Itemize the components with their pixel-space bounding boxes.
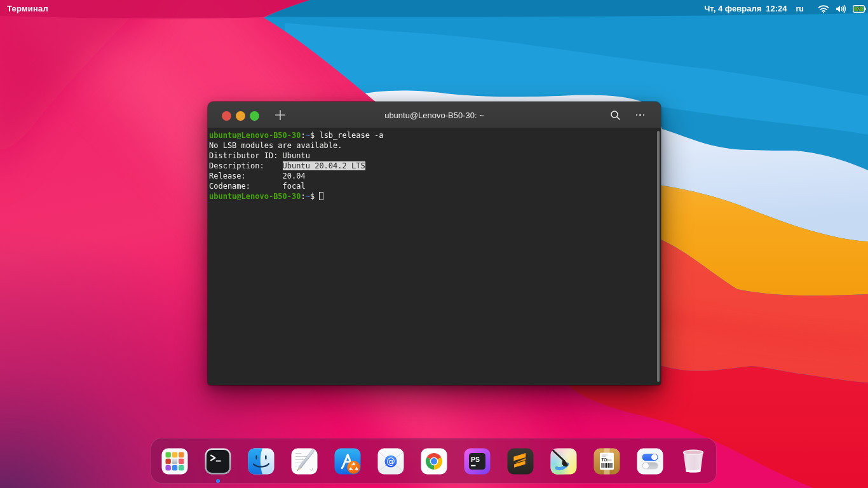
terminal-text-segment: No LSB modules are available. — [209, 141, 342, 150]
dock-item-paint[interactable] — [550, 448, 577, 475]
terminal-text-segment: Description: — [209, 161, 283, 170]
paint-icon — [550, 448, 577, 475]
new-tab-button[interactable] — [275, 109, 286, 121]
terminal-text-segment: Release: 20.04 — [209, 172, 306, 180]
clock-time: 12:24 — [766, 4, 787, 13]
focused-app-menu[interactable]: Терминал — [0, 4, 48, 13]
dock-item-settings[interactable] — [637, 448, 663, 475]
package-icon: TO: — [593, 448, 620, 475]
mail-at-glyph: @ — [386, 456, 395, 466]
terminal-window: ubuntu@Lenovo-B50-30: ~ ubuntu@Lenovo-B5… — [208, 102, 661, 385]
terminal-output: ubuntu@Lenovo-B50-30:~$ lsb_release -aNo… — [209, 130, 384, 201]
top-panel: Терминал Чт, 4 февраля 12:24 ru — [0, 0, 868, 17]
terminal-text-segment: : — [301, 131, 306, 140]
terminal-text-segment: ~ — [306, 131, 310, 140]
terminal-line: Codename: focal — [209, 181, 384, 191]
terminal-line: ubuntu@Lenovo-B50-30:~$ lsb_release -a — [209, 130, 384, 140]
finder-icon — [248, 448, 275, 475]
running-indicator — [216, 479, 220, 483]
dock-item-trash[interactable] — [680, 448, 707, 475]
terminal-scrollbar[interactable] — [657, 131, 660, 382]
system-status-menu[interactable] — [818, 4, 866, 13]
sublime-text-icon — [507, 448, 534, 475]
terminal-icon — [205, 448, 231, 475]
terminal-titlebar[interactable]: ubuntu@Lenovo-B50-30: ~ — [208, 102, 661, 128]
terminal-text-segment: Distributor ID: Ubuntu — [209, 151, 310, 160]
dock-item-app-store[interactable] — [334, 448, 361, 475]
dock-item-sublime-text[interactable] — [507, 448, 534, 475]
wifi-icon — [818, 4, 829, 13]
terminal-line: ubuntu@Lenovo-B50-30:~$ — [209, 191, 384, 201]
app-grid-icon — [161, 448, 188, 475]
dock-item-app-grid[interactable] — [161, 448, 188, 475]
close-button[interactable] — [222, 111, 231, 121]
battery-charging-icon — [853, 5, 866, 13]
clock-date: Чт, 4 февраля — [704, 4, 761, 13]
terminal-line: Description: Ubuntu 20.04.2 LTS — [209, 161, 384, 171]
minimize-button[interactable] — [236, 111, 245, 121]
dock-item-finder[interactable] — [248, 448, 275, 475]
settings-icon — [637, 448, 663, 475]
dock: @ PS — [151, 438, 717, 484]
notes-icon — [291, 448, 318, 475]
terminal-text-segment: $ lsb_release -a — [310, 131, 384, 140]
package-to-glyph: TO: — [602, 458, 609, 462]
phpstorm-icon: PS — [464, 448, 491, 475]
dock-item-phpstorm[interactable]: PS — [464, 448, 491, 475]
phpstorm-ps-glyph: PS — [471, 456, 480, 463]
keyboard-layout-indicator[interactable]: ru — [796, 4, 804, 13]
terminal-text-segment: ubuntu@Lenovo-B50-30 — [209, 192, 301, 201]
chrome-icon — [421, 448, 447, 475]
terminal-text-segment: ~ — [306, 192, 310, 201]
terminal-viewport[interactable]: ubuntu@Lenovo-B50-30:~$ lsb_release -aNo… — [208, 128, 661, 384]
terminal-text-segment: ubuntu@Lenovo-B50-30 — [209, 131, 301, 140]
terminal-cursor — [319, 192, 323, 200]
dock-item-notes[interactable] — [291, 448, 318, 475]
app-store-icon — [334, 448, 361, 475]
terminal-text-segment: : — [301, 192, 306, 201]
terminal-line: Release: 20.04 — [209, 171, 384, 181]
terminal-text-segment: $ — [310, 192, 319, 201]
dock-item-package[interactable]: TO: — [593, 448, 620, 475]
focused-app-name: Терминал — [7, 4, 48, 13]
terminal-text-segment: Ubuntu 20.04.2 LTS — [283, 161, 365, 170]
search-button[interactable] — [610, 110, 621, 121]
terminal-line: No LSB modules are available. — [209, 140, 384, 151]
dock-item-mail[interactable]: @ — [377, 448, 404, 475]
maximize-button[interactable] — [250, 111, 259, 121]
volume-icon — [836, 4, 846, 13]
terminal-text-segment: Codename: focal — [209, 182, 306, 191]
mail-icon: @ — [377, 448, 404, 475]
terminal-line: Distributor ID: Ubuntu — [209, 151, 384, 161]
trash-icon — [680, 448, 707, 475]
clock-menu[interactable]: Чт, 4 февраля 12:24 — [704, 4, 787, 13]
dock-item-chrome[interactable] — [421, 448, 447, 475]
menu-button[interactable] — [634, 112, 646, 118]
dock-item-terminal[interactable] — [205, 448, 231, 475]
